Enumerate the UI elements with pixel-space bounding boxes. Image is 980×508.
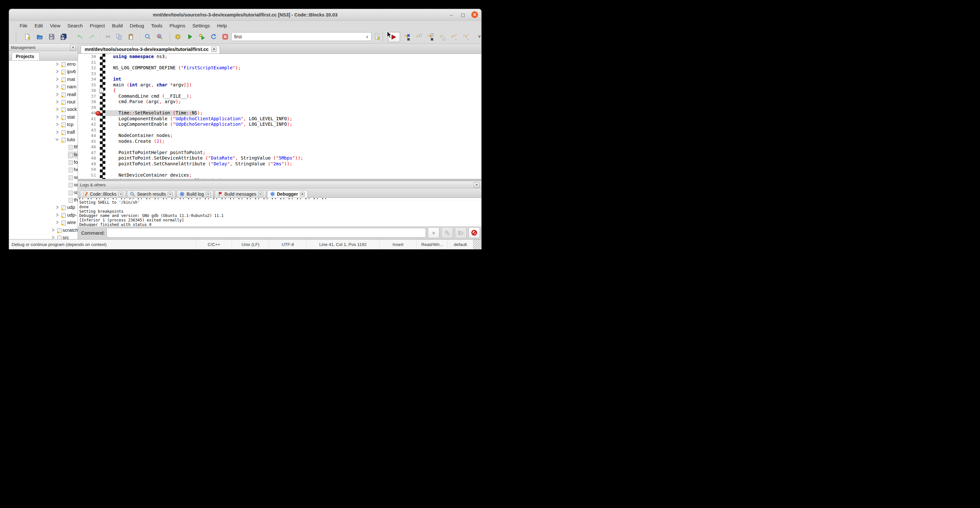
tree-item-nam[interactable]: >nam	[9, 83, 78, 91]
debugger-settings-button[interactable]	[441, 227, 453, 238]
minimize-button[interactable]: –	[448, 11, 455, 18]
save-all-button[interactable]	[59, 32, 68, 41]
code-line-34[interactable]: 34int	[78, 76, 481, 82]
breakpoint-icon[interactable]	[96, 111, 100, 116]
line-number[interactable]: 34	[78, 76, 96, 82]
tree-item-udp[interactable]: >udp-	[9, 212, 78, 219]
log-tab-close-icon[interactable]: ✕	[258, 192, 263, 197]
code-line-39[interactable]: 39	[78, 105, 481, 111]
toolbar-grip[interactable]	[169, 32, 171, 41]
line-number[interactable]: 37	[78, 94, 96, 99]
chevron-collapsed-icon[interactable]: >	[52, 234, 54, 239]
paste-button[interactable]	[126, 32, 136, 41]
tree-item-fif[interactable]: fif	[9, 143, 78, 151]
tree-item-fo[interactable]: fo	[9, 159, 78, 166]
next-line-button[interactable]: ↶	[413, 32, 423, 41]
command-history-button[interactable]: ∨	[428, 227, 439, 238]
code-line-40[interactable]: 40 Time::SetResolution (Time::NS);	[78, 110, 481, 116]
run-button[interactable]	[185, 32, 195, 41]
line-number[interactable]: 41	[78, 116, 96, 122]
copy-log-button[interactable]	[455, 227, 466, 238]
editor-logs-splitter[interactable]	[78, 179, 481, 181]
chevron-collapsed-icon[interactable]: >	[56, 219, 59, 226]
step-out-button[interactable]: ↶	[437, 32, 447, 41]
tree-item-scratch[interactable]: >scratch	[9, 226, 78, 234]
chevron-collapsed-icon[interactable]: >	[56, 212, 59, 218]
menu-debug[interactable]: Debug	[126, 22, 148, 30]
build-target-options-button[interactable]	[372, 32, 382, 41]
log-tab-close-icon[interactable]: ✕	[168, 192, 173, 197]
code-editor[interactable]: 30using namespace ns3;3132NS_LOG_COMPONE…	[78, 54, 481, 179]
find-button[interactable]	[143, 32, 153, 41]
line-number[interactable]: 47	[78, 150, 96, 156]
tree-item-ipv6[interactable]: >ipv6	[9, 68, 78, 75]
toolbar-grip[interactable]	[382, 32, 384, 41]
line-number[interactable]: 49	[78, 161, 96, 167]
code-line-49[interactable]: 49 pointToPoint.SetChannelAttribute ("De…	[78, 161, 481, 167]
menu-build[interactable]: Build	[108, 22, 126, 30]
code-line-47[interactable]: 47 PointToPointHelper pointToPoint;	[78, 150, 481, 156]
line-number[interactable]: 51	[78, 172, 96, 178]
chevron-collapsed-icon[interactable]: >	[52, 226, 54, 233]
line-number[interactable]: 42	[78, 121, 96, 127]
toolbar-grip[interactable]	[16, 32, 17, 41]
maximize-button[interactable]: ▢	[460, 11, 466, 18]
tree-item-sock[interactable]: >sock	[9, 106, 78, 113]
resize-grip[interactable]	[473, 239, 481, 249]
abort-build-button[interactable]	[220, 32, 230, 41]
line-number[interactable]: 32	[78, 65, 96, 71]
build-target-select[interactable]: first ∨	[231, 32, 371, 41]
line-number[interactable]: 44	[78, 133, 96, 139]
line-number[interactable]: 45	[78, 139, 96, 144]
tree-item-fir[interactable]: fir	[9, 151, 78, 159]
chevron-collapsed-icon[interactable]: >	[56, 68, 59, 75]
log-tab-build-messages[interactable]: Build messages✕	[215, 190, 266, 197]
close-button[interactable]: ✕	[471, 11, 478, 18]
stop-debugger-button[interactable]	[468, 227, 480, 238]
replace-button[interactable]: R	[155, 32, 165, 41]
tree-item-rout[interactable]: >rout	[9, 98, 78, 106]
menu-project[interactable]: Project	[86, 22, 108, 30]
code-line-52[interactable]: 52 devices = pointToPoint.Install (nodes…	[78, 178, 481, 179]
code-line-48[interactable]: 48 pointToPoint.SetDeviceAttribute ("Dat…	[78, 155, 481, 161]
line-number[interactable]: 35	[78, 82, 96, 88]
code-line-36[interactable]: 36{–	[78, 88, 481, 94]
chevron-collapsed-icon[interactable]: >	[56, 129, 59, 135]
code-line-45[interactable]: 45 nodes.Create (2);	[78, 139, 481, 144]
tree-item-mat[interactable]: >mat	[9, 76, 78, 83]
chevron-collapsed-icon[interactable]: >	[56, 91, 59, 98]
code-line-41[interactable]: 41 LogComponentEnable ("UdpEchoClientApp…	[78, 116, 481, 122]
line-number[interactable]: 43	[78, 127, 96, 133]
line-number[interactable]: 46	[78, 144, 96, 150]
tree-item-reall[interactable]: >reall	[9, 91, 78, 98]
chevron-collapsed-icon[interactable]: >	[56, 61, 59, 67]
tab-projects[interactable]: Projects	[11, 52, 40, 60]
menu-help[interactable]: Help	[213, 22, 231, 30]
line-number[interactable]: 31	[78, 60, 96, 65]
line-number[interactable]: 50	[78, 167, 96, 172]
rebuild-button[interactable]	[209, 32, 218, 41]
log-tab-debugger[interactable]: Debugger✕	[267, 190, 308, 197]
log-tab-code-blocks[interactable]: Code::Blocks✕	[80, 190, 126, 197]
line-number[interactable]: 38	[78, 99, 96, 105]
copy-button[interactable]	[114, 32, 124, 41]
tree-item-tuto[interactable]: >tuto	[9, 136, 78, 143]
log-tab-close-icon[interactable]: ✕	[300, 192, 305, 197]
command-input[interactable]	[107, 228, 426, 237]
chevron-collapsed-icon[interactable]: >	[56, 83, 59, 90]
debugger-log-output[interactable]: Setting SHELL to '/bin/sh'doneSetting br…	[78, 200, 481, 226]
tree-item-erro[interactable]: >erro	[9, 61, 78, 68]
editor-tab-close-icon[interactable]: ✕	[212, 47, 216, 52]
code-line-50[interactable]: 50	[78, 167, 481, 172]
save-button[interactable]	[47, 32, 56, 41]
build-and-run-button[interactable]	[197, 32, 207, 41]
line-number[interactable]: 30	[78, 54, 96, 60]
code-line-35[interactable]: 35main (int argc, char *argv[])	[78, 82, 481, 88]
open-file-button[interactable]	[35, 32, 45, 41]
step-into-instruction-button[interactable]: ↷	[460, 32, 470, 41]
tree-item-wire[interactable]: >wire	[9, 219, 78, 226]
chevron-expanded-icon[interactable]: >	[54, 138, 60, 141]
tree-item-six[interactable]: six	[9, 189, 78, 196]
line-number[interactable]: 39	[78, 105, 96, 111]
log-tab-close-icon[interactable]: ✕	[118, 192, 123, 197]
